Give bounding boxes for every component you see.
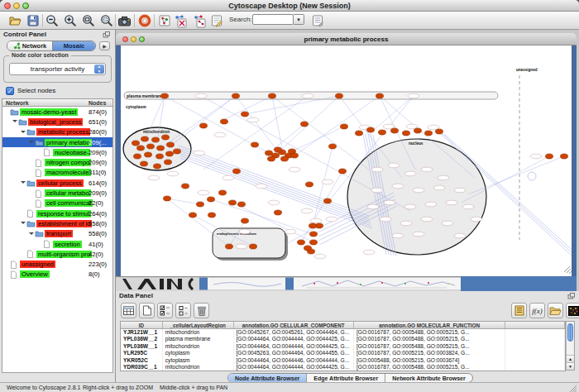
tree-row[interactable]: multi-organism pro42(0) — [2, 249, 112, 259]
table-row[interactable]: YPL036W__1mitochondrion[GO:0044464, GO:0… — [121, 343, 565, 350]
gene-node[interactable] — [133, 154, 141, 159]
network-view-frame[interactable]: primary metabolic process plasma membran… — [116, 33, 577, 291]
tree-row[interactable]: unassigned223(0) — [2, 259, 112, 269]
gene-node[interactable] — [207, 197, 214, 202]
attribute-table[interactable]: ID_cellularLayoutRegionannotation.GO CEL… — [120, 321, 566, 371]
gene-node[interactable] — [274, 210, 281, 215]
tree-row[interactable]: Overview8(0) — [2, 270, 112, 280]
gene-node[interactable] — [146, 144, 154, 149]
help-ring-button[interactable] — [136, 13, 152, 28]
gene-node[interactable] — [435, 129, 443, 134]
gene-node[interactable] — [378, 130, 385, 135]
table-row[interactable]: YJR121W__1mitochondrion[GO:0045267, GO:0… — [121, 329, 565, 336]
select-attributes-button[interactable] — [157, 303, 173, 318]
tree-row[interactable]: establishment of lo558(0) — [2, 218, 112, 228]
gene-node[interactable] — [424, 131, 432, 136]
gene-node[interactable] — [136, 146, 144, 151]
unselect-attributes-button[interactable] — [175, 303, 191, 318]
more-tabs-button[interactable]: ▶ — [99, 41, 110, 50]
gene-node[interactable] — [225, 244, 232, 249]
gene-node[interactable] — [241, 112, 248, 117]
new-attribute-button[interactable] — [139, 303, 155, 318]
column-header[interactable]: ID — [121, 322, 163, 328]
scrollbar-thumb[interactable] — [567, 323, 573, 342]
zoom-out-button[interactable] — [44, 13, 60, 28]
gene-node[interactable] — [165, 151, 173, 156]
gene-node[interactable] — [237, 202, 245, 207]
annotation-button[interactable] — [208, 13, 224, 28]
frame-close-button[interactable] — [122, 36, 128, 42]
gene-node[interactable] — [156, 146, 164, 151]
table-header[interactable]: ID_cellularLayoutRegionannotation.GO CEL… — [121, 322, 565, 329]
column-header[interactable]: annotation.GO CELLULAR_COMPONENT — [234, 322, 354, 328]
tree-row[interactable]: metabolic process280(0) — [2, 127, 112, 137]
gene-node[interactable] — [199, 123, 207, 128]
gene-node[interactable] — [189, 213, 196, 218]
gene-node[interactable] — [402, 131, 409, 136]
expander-icon[interactable] — [21, 179, 26, 186]
gene-node[interactable] — [141, 136, 148, 141]
network-overlay-button[interactable] — [172, 13, 188, 28]
zoom-in-button[interactable] — [62, 13, 78, 28]
gene-node[interactable] — [140, 161, 147, 166]
gene-node[interactable] — [181, 184, 189, 189]
select-nodes-checkbox[interactable]: ✓ — [6, 87, 14, 95]
report-button[interactable] — [309, 13, 325, 28]
gene-node[interactable] — [305, 182, 313, 187]
network-view-button[interactable] — [156, 13, 172, 28]
network-canvas[interactable]: plasma membrane cytoplasm mitochondrion … — [121, 45, 572, 276]
gene-node[interactable] — [309, 240, 317, 245]
gene-node[interactable] — [241, 218, 248, 223]
frame-minimize-button[interactable] — [131, 36, 136, 42]
gene-node[interactable] — [196, 202, 203, 207]
gene-node[interactable] — [366, 127, 374, 132]
gene-node[interactable] — [249, 244, 256, 249]
table-scrollbar[interactable]: ▲ ▼ — [566, 321, 575, 370]
tree-row[interactable]: nucleobase-209(0) — [2, 147, 112, 157]
tab-network-attribute-browser[interactable]: Network Attribute Browser — [385, 374, 471, 382]
table-mode-button[interactable] — [121, 303, 136, 318]
gene-node[interactable] — [218, 190, 226, 195]
gene-node[interactable] — [414, 128, 421, 133]
table-row[interactable]: YDR039C__1mitochondrion[GO:0044464, GO:0… — [121, 364, 565, 370]
tree-row[interactable]: macromolecule311(0) — [2, 168, 112, 178]
expander-icon[interactable] — [21, 129, 26, 136]
float-data-panel-icon[interactable] — [567, 293, 575, 299]
gene-node[interactable] — [304, 246, 311, 251]
function-builder-button[interactable]: f(x) — [529, 303, 545, 318]
frame-zoom-button[interactable] — [139, 36, 145, 42]
gene-node[interactable] — [160, 93, 168, 98]
table-row[interactable]: YLR295Ccytoplasm[GO:0045263, GO:0044464,… — [121, 350, 565, 356]
gene-node[interactable] — [560, 154, 567, 159]
tree-row[interactable]: cellular metabo209(0) — [2, 188, 112, 198]
expander-icon[interactable] — [29, 139, 35, 146]
gene-node[interactable] — [265, 151, 272, 155]
gene-node[interactable] — [309, 223, 316, 228]
window-resize-grip[interactable] — [569, 385, 577, 392]
gene-node[interactable] — [208, 213, 215, 218]
zoom-fit-button[interactable] — [80, 13, 96, 28]
table-row[interactable]: YKR052Ccytoplasm[GO:0044464, GO:0044446,… — [121, 357, 565, 364]
gene-node[interactable] — [338, 169, 346, 174]
color-attribute-dropdown[interactable]: transporter activity ▲▼ — [9, 63, 106, 75]
tree-row[interactable]: primary metabo209(... — [2, 137, 112, 147]
gene-node[interactable] — [251, 142, 258, 147]
gene-node[interactable] — [164, 160, 171, 165]
gene-node[interactable] — [151, 137, 159, 142]
column-header[interactable]: _cellularLayoutRegion — [163, 322, 234, 328]
canvas-resize-grip[interactable] — [564, 266, 572, 274]
gene-node[interactable] — [355, 131, 362, 136]
expander-icon[interactable] — [29, 231, 35, 237]
gene-node[interactable] — [173, 149, 180, 154]
zoom-button[interactable] — [22, 2, 29, 9]
attribute-list-button[interactable] — [511, 303, 527, 318]
gene-node[interactable] — [156, 154, 163, 159]
tree-header[interactable]: Network Nodes — [2, 98, 113, 107]
minimize-button[interactable] — [13, 2, 20, 9]
network-view-titlebar[interactable]: primary metabolic process — [116, 33, 577, 45]
gene-node[interactable] — [274, 147, 281, 152]
gene-node[interactable] — [323, 198, 331, 203]
delete-attribute-button[interactable] — [194, 303, 209, 318]
gene-node[interactable] — [300, 122, 308, 127]
gene-node[interactable] — [153, 164, 160, 169]
